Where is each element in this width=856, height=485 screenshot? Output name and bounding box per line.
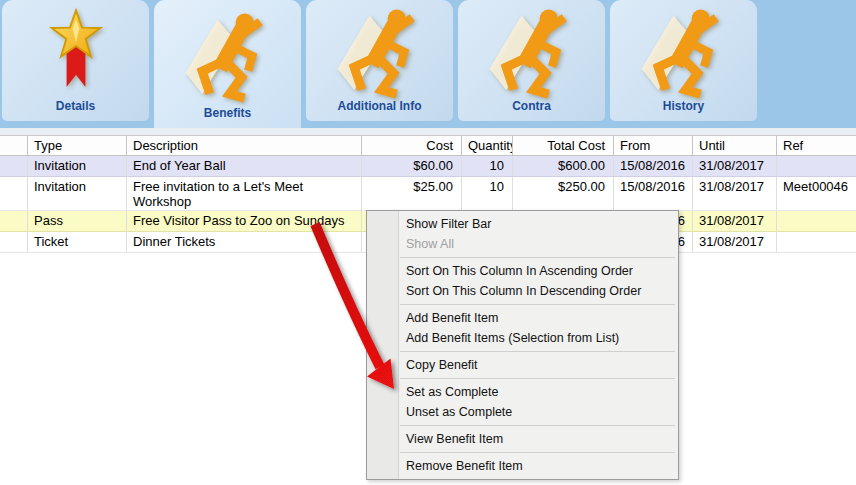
menu-item-add-benefit-items-selection-from-list[interactable]: Add Benefit Items (Selection from List) — [367, 328, 678, 348]
running-man-icon — [458, 0, 605, 100]
table-row[interactable]: InvitationEnd of Year Ball$60.0010$600.0… — [0, 156, 856, 177]
menu-separator — [400, 257, 675, 258]
menu-item-set-as-complete[interactable]: Set as Complete — [367, 382, 678, 402]
menu-item-add-benefit-item[interactable]: Add Benefit Item — [367, 308, 678, 328]
menu-separator — [400, 452, 675, 453]
context-menu: Show Filter BarShow AllSort On This Colu… — [366, 210, 679, 480]
cell-until: 31/08/2017 — [693, 156, 777, 176]
cell-until: 31/08/2017 — [693, 232, 777, 252]
column-header-quantity[interactable]: Quantity — [462, 136, 513, 155]
menu-item-sort-on-this-column-in-ascending-order[interactable]: Sort On This Column In Ascending Order — [367, 261, 678, 281]
cell-from: 15/08/2016 — [614, 156, 693, 176]
menu-item-show-filter-bar[interactable]: Show Filter Bar — [367, 214, 678, 234]
star-ribbon-icon — [2, 0, 149, 100]
column-header-indicator[interactable] — [0, 136, 28, 155]
column-header-cost[interactable]: Cost — [362, 136, 462, 155]
menu-separator — [400, 304, 675, 305]
cell-type: Ticket — [28, 232, 127, 252]
cell-quantity: 10 — [462, 156, 513, 176]
column-header-from[interactable]: From — [614, 136, 693, 155]
menu-item-remove-benefit-item[interactable]: Remove Benefit Item — [367, 456, 678, 476]
row-indicator-cell — [0, 177, 28, 210]
cell-from: 15/08/2016 — [614, 177, 693, 210]
tab-label: Contra — [512, 100, 551, 121]
row-indicator-cell — [0, 156, 28, 176]
column-header-ref[interactable]: Ref — [777, 136, 856, 155]
running-man-icon — [610, 0, 757, 100]
cell-ref — [777, 232, 856, 252]
tab-benefits[interactable]: Benefits — [154, 0, 301, 128]
menu-item-copy-benefit[interactable]: Copy Benefit — [367, 355, 678, 375]
cell-until: 31/08/2017 — [693, 177, 777, 210]
table-header-row: TypeDescriptionCostQuantityTotal CostFro… — [0, 135, 856, 156]
column-header-type[interactable]: Type — [28, 136, 127, 155]
column-header-description[interactable]: Description — [127, 136, 362, 155]
cell-description: Free invitation to a Let's Meet Workshop — [127, 177, 362, 210]
running-man-icon — [154, 0, 301, 107]
cell-ref — [777, 211, 856, 231]
cell-ref — [777, 156, 856, 176]
tab-additional-info[interactable]: Additional Info — [306, 0, 453, 121]
tab-details[interactable]: Details — [2, 0, 149, 121]
cell-description: End of Year Ball — [127, 156, 362, 176]
cell-cost: $25.00 — [362, 177, 462, 210]
cell-total-cost: $250.00 — [513, 177, 614, 210]
tab-content-divider — [0, 128, 856, 135]
benefits-screen: DetailsBenefitsAdditional InfoContraHist… — [0, 0, 856, 485]
cell-quantity: 10 — [462, 177, 513, 210]
cell-type: Invitation — [28, 177, 127, 210]
tab-label: Additional Info — [338, 100, 422, 121]
tab-label: Details — [56, 100, 95, 121]
row-indicator-cell — [0, 211, 28, 231]
menu-separator — [400, 351, 675, 352]
tab-history[interactable]: History — [610, 0, 757, 121]
row-indicator-cell — [0, 232, 28, 252]
table-row[interactable]: InvitationFree invitation to a Let's Mee… — [0, 177, 856, 211]
menu-item-unset-as-complete[interactable]: Unset as Complete — [367, 402, 678, 422]
menu-item-sort-on-this-column-in-descending-order[interactable]: Sort On This Column In Descending Order — [367, 281, 678, 301]
tab-contra[interactable]: Contra — [458, 0, 605, 121]
cell-total-cost: $600.00 — [513, 156, 614, 176]
menu-item-view-benefit-item[interactable]: View Benefit Item — [367, 429, 678, 449]
cell-type: Pass — [28, 211, 127, 231]
column-header-until[interactable]: Until — [693, 136, 777, 155]
cell-until: 31/08/2017 — [693, 211, 777, 231]
menu-item-show-all: Show All — [367, 234, 678, 254]
cell-cost: $60.00 — [362, 156, 462, 176]
menu-separator — [400, 378, 675, 379]
tab-bar: DetailsBenefitsAdditional InfoContraHist… — [0, 0, 856, 128]
running-man-icon — [306, 0, 453, 100]
cell-description: Free Visitor Pass to Zoo on Sundays — [127, 211, 362, 231]
tab-label: Benefits — [204, 107, 251, 128]
cell-type: Invitation — [28, 156, 127, 176]
column-header-total-cost[interactable]: Total Cost — [513, 136, 614, 155]
cell-description: Dinner Tickets — [127, 232, 362, 252]
tab-label: History — [663, 100, 704, 121]
menu-separator — [400, 425, 675, 426]
cell-ref: Meet00046 — [777, 177, 856, 210]
